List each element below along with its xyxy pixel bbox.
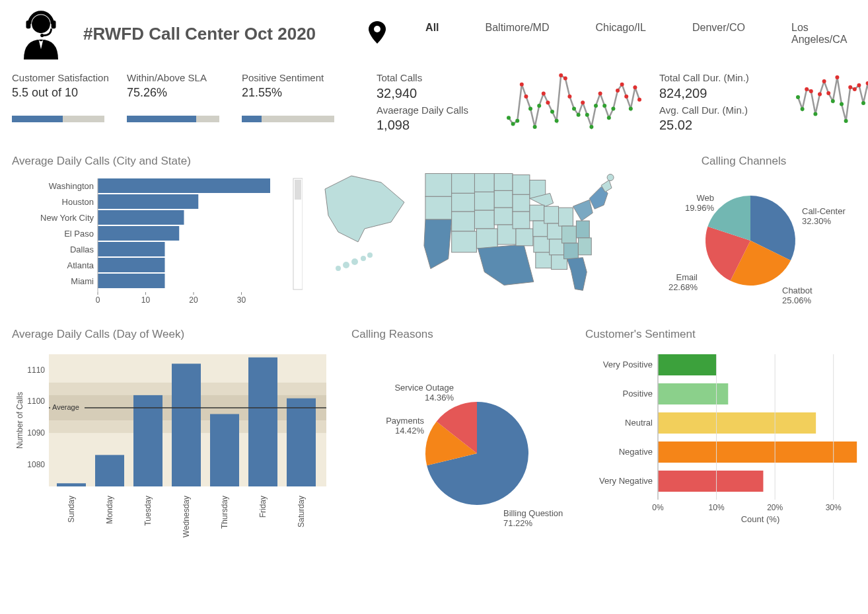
svg-rect-71	[98, 210, 184, 225]
svg-text:Call-Center: Call-Center	[802, 206, 846, 216]
svg-point-4	[374, 26, 380, 32]
svg-rect-170	[658, 354, 717, 375]
svg-point-28	[607, 116, 611, 120]
svg-point-0	[32, 15, 50, 33]
kpi-duration: Total Call Dur. (Min.) 824,209 Avg. Call…	[659, 71, 778, 133]
svg-text:Service Outage: Service Outage	[394, 383, 454, 393]
svg-rect-114	[513, 211, 530, 229]
svg-rect-148	[172, 364, 201, 486]
svg-text:1090: 1090	[27, 428, 45, 438]
chart-reasons: Calling Reasons Billing Question71.22%Pa…	[351, 323, 569, 542]
svg-text:Washington: Washington	[49, 181, 94, 191]
svg-rect-1	[26, 20, 30, 28]
svg-rect-154	[287, 399, 316, 486]
svg-text:Wednesday: Wednesday	[182, 496, 191, 537]
svg-text:22.68%: 22.68%	[669, 282, 698, 292]
svg-rect-77	[98, 258, 165, 272]
svg-text:20: 20	[189, 295, 198, 305]
svg-point-97	[367, 252, 373, 258]
svg-point-130	[607, 174, 614, 181]
svg-rect-174	[658, 412, 816, 434]
kpi-positive-bar	[242, 116, 334, 122]
svg-rect-176	[658, 441, 857, 463]
svg-rect-127	[564, 243, 579, 259]
svg-point-27	[602, 104, 606, 108]
filter-la[interactable]: Los Angeles/CA	[791, 22, 856, 46]
svg-point-39	[809, 89, 813, 93]
filter-all[interactable]: All	[425, 22, 439, 46]
svg-point-43	[826, 91, 830, 95]
svg-point-30	[616, 89, 620, 93]
svg-text:Positive: Positive	[622, 389, 653, 399]
sparkline-calls	[505, 71, 643, 134]
svg-point-26	[598, 92, 602, 96]
svg-point-94	[343, 262, 349, 268]
svg-rect-98	[425, 174, 452, 197]
svg-rect-117	[530, 205, 544, 221]
svg-text:Billing Question: Billing Question	[503, 508, 563, 518]
kpi-sla-bar	[127, 116, 219, 122]
svg-text:30: 30	[237, 295, 246, 305]
svg-point-16	[555, 119, 559, 123]
svg-text:Neutral: Neutral	[625, 418, 653, 428]
svg-point-15	[550, 110, 554, 114]
svg-rect-128	[576, 221, 589, 238]
svg-rect-144	[95, 455, 124, 486]
svg-text:71.22%: 71.22%	[503, 518, 533, 528]
svg-rect-105	[474, 192, 494, 210]
svg-point-38	[805, 87, 809, 91]
kpi-row: Customer Satisfaction 5.5 out of 10 With…	[12, 71, 856, 134]
svg-text:Monday: Monday	[105, 496, 114, 524]
filter-chicago[interactable]: Chicago/IL	[595, 22, 646, 46]
svg-point-10	[528, 106, 532, 110]
chart-channels: Calling Channels Call-Center32.30%Chatbo…	[632, 149, 856, 309]
svg-point-40	[813, 112, 817, 116]
svg-text:Sunday: Sunday	[67, 496, 76, 523]
svg-text:Number of Calls: Number of Calls	[163, 305, 225, 307]
svg-rect-120	[536, 252, 552, 268]
kpi-csat: Customer Satisfaction 5.5 out of 10	[12, 71, 111, 122]
svg-text:14.36%: 14.36%	[425, 393, 454, 403]
svg-text:30%: 30%	[826, 503, 842, 512]
agent-icon	[12, 8, 70, 59]
svg-text:Houston: Houston	[62, 197, 94, 207]
svg-rect-109	[494, 190, 513, 208]
svg-point-33	[629, 106, 633, 110]
svg-text:Miami: Miami	[71, 276, 94, 286]
svg-rect-115	[516, 229, 533, 246]
svg-rect-104	[474, 174, 494, 192]
svg-text:1100: 1100	[27, 397, 45, 406]
svg-point-14	[546, 100, 550, 104]
svg-text:Number of Calls: Number of Calls	[15, 392, 24, 449]
svg-text:Count (%): Count (%)	[741, 514, 780, 524]
svg-point-17	[559, 73, 563, 77]
svg-point-37	[801, 107, 805, 111]
header: #RWFD Call Center Oct 2020 All Baltimore…	[12, 8, 856, 59]
filter-denver[interactable]: Denver/CO	[692, 22, 745, 46]
svg-rect-121	[544, 206, 559, 223]
svg-text:Friday: Friday	[258, 496, 268, 518]
sparkline-duration	[794, 71, 868, 134]
kpi-positive: Positive Sentiment 21.55%	[242, 71, 341, 122]
kpi-csat-bar	[12, 116, 104, 122]
svg-point-25	[594, 104, 598, 108]
svg-point-12	[537, 104, 541, 108]
svg-rect-119	[534, 237, 550, 252]
svg-point-49	[853, 87, 857, 91]
svg-rect-103	[452, 231, 477, 252]
svg-text:Very Negative: Very Negative	[599, 476, 653, 486]
svg-rect-110	[494, 208, 513, 225]
filter-baltimore[interactable]: Baltimore/MD	[486, 22, 550, 46]
svg-point-24	[589, 125, 593, 129]
svg-point-19	[567, 95, 571, 98]
svg-point-6	[511, 122, 515, 126]
svg-text:0%: 0%	[652, 503, 664, 512]
svg-text:0: 0	[96, 295, 100, 305]
svg-point-41	[818, 93, 822, 96]
svg-rect-150	[210, 414, 239, 486]
svg-point-9	[524, 95, 528, 98]
svg-point-96	[361, 256, 366, 261]
svg-text:Thursday: Thursday	[220, 496, 229, 529]
svg-point-29	[611, 106, 615, 110]
svg-text:20%: 20%	[767, 503, 783, 512]
